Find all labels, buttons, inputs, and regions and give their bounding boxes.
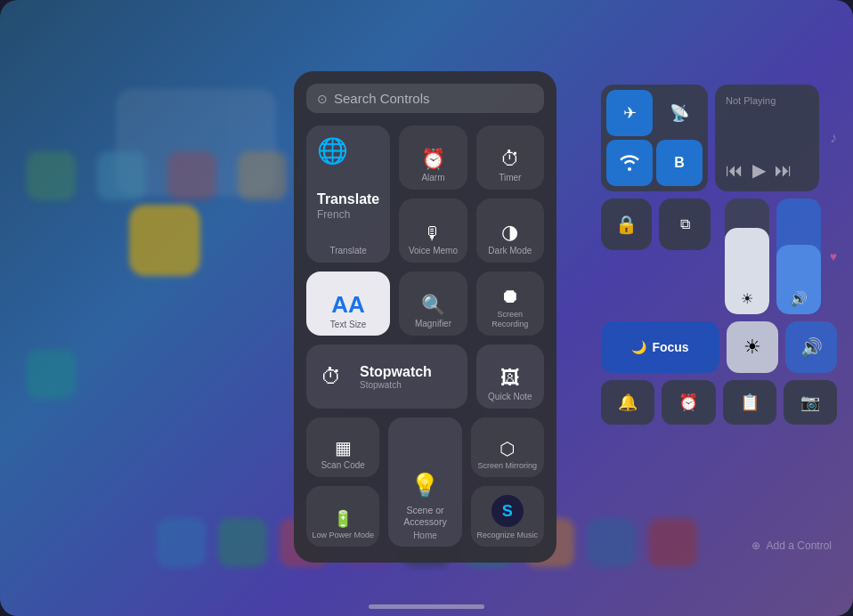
scene-accessory-control[interactable]: 💡 Scene or Accessory Home	[388, 417, 461, 547]
magnifier-icon: 🔍	[421, 296, 445, 315]
stopwatch-control[interactable]: ⏱ Stopwatch Stopwatch	[306, 344, 467, 409]
volume-slider[interactable]: 🔊	[776, 199, 821, 314]
stopwatch-text: Stopwatch Stopwatch	[360, 364, 432, 390]
brightness-volume-sliders: ☀ 🔊	[725, 199, 821, 314]
screen-time-btn[interactable]: ⏰	[662, 380, 715, 425]
alarm-control[interactable]: ⏰ Alarm	[399, 126, 467, 190]
timer-icon: ⏱	[500, 150, 520, 169]
screen-recording-icon: ⏺	[500, 287, 520, 306]
ipad-background: ⊙ Search Controls 🌐 Translate French Tra…	[0, 0, 853, 616]
scene-accessory-icon: 💡	[410, 472, 439, 499]
low-power-mode-icon: 🔋	[333, 511, 353, 527]
search-bar[interactable]: ⊙ Search Controls	[306, 84, 544, 113]
translate-icon-area: 🌐	[317, 136, 348, 166]
brightness-btn[interactable]: ☀	[727, 321, 778, 373]
prev-track-btn[interactable]: ⏮	[726, 160, 743, 181]
network-quad: ✈ 📡 B	[601, 85, 708, 191]
screen-mirroring-control[interactable]: ⬡ Screen Mirroring	[471, 417, 544, 477]
airdrop-btn[interactable]: 📡	[656, 90, 703, 136]
stopwatch-icon: ⏱	[321, 364, 342, 389]
alarm-cc-btn[interactable]: 🔔	[601, 380, 654, 425]
dark-mode-control[interactable]: ◑ Dark Mode	[476, 199, 544, 263]
not-playing-widget: Not Playing ⏮ ▶ ⏭	[715, 85, 819, 191]
music-note: ♪	[826, 85, 837, 191]
scene-accessory-sublabel: Home	[394, 531, 456, 540]
magnifier-label: Magnifier	[415, 319, 451, 329]
lock-rotation-btn[interactable]: 🔒	[601, 199, 652, 250]
wifi-btn[interactable]	[606, 140, 653, 186]
not-playing-title: Not Playing	[726, 95, 808, 106]
recognize-music-control[interactable]: S Recognize Music	[471, 486, 544, 547]
focus-label: Focus	[652, 340, 688, 354]
play-pause-btn[interactable]: ▶	[752, 159, 766, 181]
translate-label: Translate	[317, 191, 379, 207]
news-btn[interactable]: 📋	[723, 380, 776, 425]
add-control-icon: ⊕	[751, 539, 760, 552]
alarm-icon: ⏰	[421, 150, 445, 169]
timer-label: Timer	[499, 173, 521, 183]
translate-control[interactable]: 🌐 Translate French Translate	[306, 126, 390, 263]
shazam-icon: S	[491, 495, 524, 527]
cc-row-bottom: 🔔 ⏰ 📋 📷	[601, 380, 837, 425]
sun-icon: ☀	[743, 336, 761, 359]
scene-accessory-label: Scene or Accessory	[394, 505, 456, 529]
volume-btn[interactable]: 🔊	[785, 321, 837, 373]
dark-mode-label: Dark Mode	[488, 246, 532, 256]
text-size-icon: AA	[331, 293, 365, 316]
speaker-icon: 🔊	[800, 336, 823, 358]
focus-btn[interactable]: 🌙 Focus	[601, 321, 719, 373]
voice-memo-icon: 🎙	[424, 224, 442, 242]
search-input[interactable]: Search Controls	[334, 91, 430, 106]
scan-code-label: Scan Code	[321, 460, 364, 471]
cc-row-1: ✈ 📡 B Not Playing ⏮	[601, 85, 837, 191]
quick-note-label: Quick Note	[488, 392, 532, 402]
text-size-control[interactable]: AA Text Size	[306, 272, 390, 336]
screen-mirroring-label: Screen Mirroring	[478, 461, 538, 471]
moon-icon: 🌙	[631, 340, 646, 354]
stopwatch-sub-label: Stopwatch	[360, 380, 402, 390]
brightness-slider[interactable]: ☀	[725, 199, 769, 314]
add-control-area[interactable]: ⊕ Add a Control	[751, 539, 832, 552]
heart-icon: ♥	[830, 249, 837, 263]
cc-row-2: 🔒 ⧉ ☀ 🔊 ♥	[601, 199, 837, 314]
bluetooth-btn[interactable]: B	[656, 140, 703, 186]
search-controls-panel: ⊙ Search Controls 🌐 Translate French Tra…	[294, 71, 556, 563]
text-size-label: Text Size	[330, 320, 367, 329]
scan-code-icon: ▦	[335, 439, 352, 457]
screen-recording-label: ScreenRecording	[491, 310, 528, 329]
screen-recording-control[interactable]: ⏺ ScreenRecording	[476, 272, 544, 336]
search-icon: ⊙	[317, 92, 328, 106]
bluetooth-icon: B	[674, 155, 685, 171]
next-track-btn[interactable]: ⏭	[775, 160, 792, 181]
quick-note-icon: 🖼	[500, 369, 520, 388]
low-power-mode-label: Low Power Mode	[312, 531, 374, 540]
brightness-icon: ☀	[741, 290, 753, 307]
screen-mirror-cc-btn[interactable]: ⧉	[659, 199, 710, 250]
timer-control[interactable]: ⏱ Timer	[476, 126, 544, 190]
airplane-mode-btn[interactable]: ✈	[606, 90, 653, 136]
add-control-label: Add a Control	[767, 539, 832, 552]
cc-row-focus: 🌙 Focus ☀ 🔊	[601, 321, 837, 373]
heart-aside: ♥	[828, 199, 837, 314]
music-note-icon: ♪	[830, 130, 837, 146]
translate-bottom-label: Translate	[329, 246, 366, 255]
quick-note-control[interactable]: 🖼 Quick Note	[476, 344, 544, 409]
scan-code-control[interactable]: ▦ Scan Code	[306, 417, 379, 477]
screen-mirroring-icon: ⬡	[500, 440, 515, 458]
volume-icon: 🔊	[790, 290, 808, 307]
recognize-music-label: Recognize Music	[477, 531, 539, 540]
translate-sublabel: French	[317, 208, 379, 221]
magnifier-control[interactable]: 🔍 Magnifier	[399, 272, 467, 336]
stopwatch-main-label: Stopwatch	[360, 364, 432, 380]
voice-memo-label: Voice Memo	[409, 246, 458, 256]
control-center-panel: ✈ 📡 B Not Playing ⏮	[601, 85, 837, 432]
dark-mode-icon: ◑	[501, 223, 518, 242]
low-power-mode-control[interactable]: 🔋 Low Power Mode	[306, 486, 379, 547]
voice-memo-control[interactable]: 🎙 Voice Memo	[399, 199, 467, 263]
alarm-label: Alarm	[421, 173, 444, 183]
media-controls: ⏮ ▶ ⏭	[726, 159, 808, 181]
camera-cc-btn[interactable]: 📷	[784, 380, 837, 425]
